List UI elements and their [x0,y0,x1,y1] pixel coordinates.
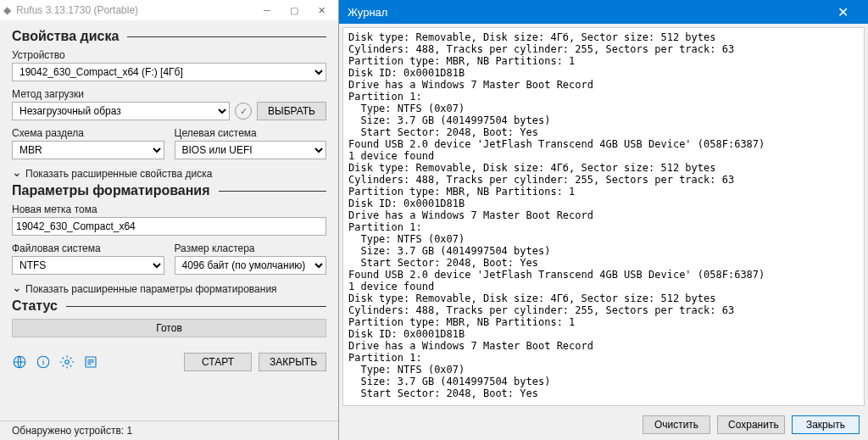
log-body[interactable]: Disk type: Removable, Disk size: 4Гб, Se… [342,27,865,406]
log-titlebar: Журнал ✕ [339,0,868,24]
titlebar: ◆ Rufus 3.13.1730 (Portable) ─ ▢ ✕ [0,0,338,20]
section-status: Статус [12,298,326,314]
log-icon[interactable] [83,354,98,370]
volume-label-label: Новая метка тома [12,203,326,215]
filesystem-select[interactable]: NTFS [12,256,164,275]
boot-select[interactable]: Незагрузочный образ [12,102,230,120]
close-button[interactable]: ✕ [308,1,335,19]
info-icon[interactable] [36,354,51,370]
log-close-icon[interactable]: ✕ [826,0,860,24]
check-icon[interactable]: ✓ [235,103,252,120]
maximize-button[interactable]: ▢ [281,1,308,19]
status-bar: Готов [12,319,326,337]
device-select[interactable]: 19042_630_Compact_x64 (F:) [4Гб] [12,63,326,81]
window-title: Rufus 3.13.1730 (Portable) [16,4,253,16]
device-label: Устройство [12,49,326,61]
section-format-options: Параметры форматирования [12,183,326,198]
volume-label-input[interactable] [12,217,326,236]
target-select[interactable]: BIOS или UEFI [175,141,327,159]
settings-icon[interactable] [59,354,75,370]
close-log-button[interactable]: Закрыть [792,415,860,434]
cluster-label: Размер кластера [175,242,327,254]
save-button[interactable]: Сохранить [717,415,785,434]
app-icon: ◆ [3,4,11,16]
partition-label: Схема раздела [12,127,164,139]
partition-select[interactable]: MBR [12,141,164,159]
advanced-format-toggle[interactable]: Показать расширенные параметры форматиро… [12,281,326,295]
filesystem-label: Файловая система [12,242,164,254]
select-image-button[interactable]: ВЫБРАТЬ [257,102,326,120]
rufus-main-window: ◆ Rufus 3.13.1730 (Portable) ─ ▢ ✕ Свойс… [0,0,339,440]
statusline: Обнаружено устройств: 1 [0,421,338,440]
section-drive-properties: Свойства диска [12,29,326,44]
svg-point-4 [65,360,70,365]
advanced-drive-toggle[interactable]: Показать расширенные свойства диска [12,166,326,180]
log-window: Журнал ✕ Disk type: Removable, Disk size… [339,0,868,440]
close-main-button[interactable]: ЗАКРЫТЬ [259,353,326,371]
cluster-select[interactable]: 4096 байт (по умолчанию) [175,256,327,275]
globe-icon[interactable] [12,354,27,370]
log-title-text: Журнал [348,6,826,19]
boot-label: Метод загрузки [12,88,326,100]
start-button[interactable]: СТАРТ [184,353,252,371]
clear-button[interactable]: Очистить [643,415,710,434]
target-label: Целевая система [175,127,327,139]
minimize-button[interactable]: ─ [253,1,281,19]
